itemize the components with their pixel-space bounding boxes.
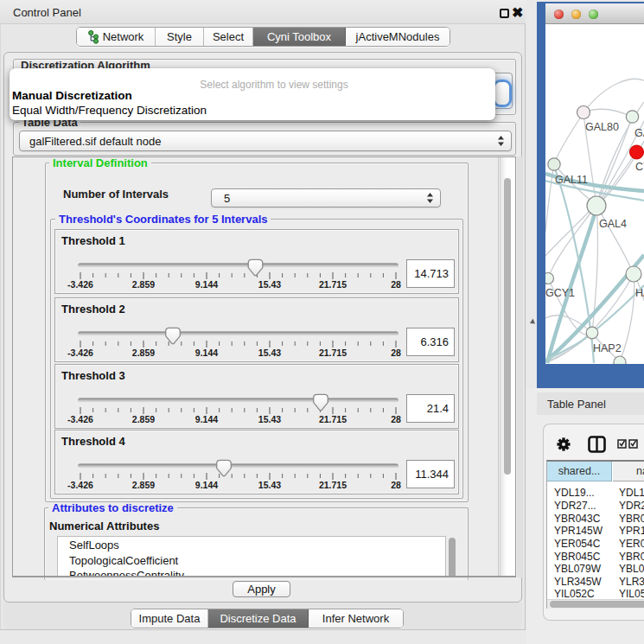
svg-text:HA: HA (635, 287, 644, 299)
svg-text:2.859: 2.859 (132, 348, 155, 358)
svg-text:GA: GA (634, 127, 644, 139)
svg-text:28: 28 (391, 279, 401, 290)
svg-text:2.859: 2.859 (132, 279, 155, 290)
svg-text:-3.426: -3.426 (67, 480, 93, 490)
svg-text:CY: CY (635, 161, 644, 173)
svg-text:GAL80: GAL80 (585, 121, 619, 133)
svg-text:-3.426: -3.426 (67, 348, 93, 358)
svg-text:GAL4: GAL4 (599, 218, 627, 230)
svg-text:9.144: 9.144 (195, 480, 218, 490)
svg-text:21.715: 21.715 (319, 279, 347, 290)
svg-text:9.144: 9.144 (195, 414, 218, 424)
svg-text:9.144: 9.144 (195, 348, 218, 358)
svg-text:21.715: 21.715 (319, 480, 347, 490)
svg-text:28: 28 (391, 480, 401, 490)
svg-text:15.43: 15.43 (258, 414, 281, 424)
svg-text:9.144: 9.144 (195, 279, 218, 290)
svg-text:15.43: 15.43 (258, 348, 281, 358)
svg-text:GAL11: GAL11 (555, 174, 588, 186)
svg-text:15.43: 15.43 (258, 279, 281, 290)
svg-text:HAP2: HAP2 (593, 342, 622, 354)
svg-text:-3.426: -3.426 (67, 414, 93, 424)
svg-text:GCY1: GCY1 (545, 287, 575, 299)
svg-text:21.715: 21.715 (319, 414, 347, 424)
svg-text:-3.426: -3.426 (67, 279, 93, 290)
svg-text:2.859: 2.859 (132, 414, 155, 424)
svg-text:2.859: 2.859 (132, 480, 155, 490)
svg-text:28: 28 (391, 414, 401, 424)
svg-text:21.715: 21.715 (319, 348, 347, 358)
svg-text:15.43: 15.43 (258, 480, 281, 490)
svg-text:28: 28 (391, 348, 401, 358)
